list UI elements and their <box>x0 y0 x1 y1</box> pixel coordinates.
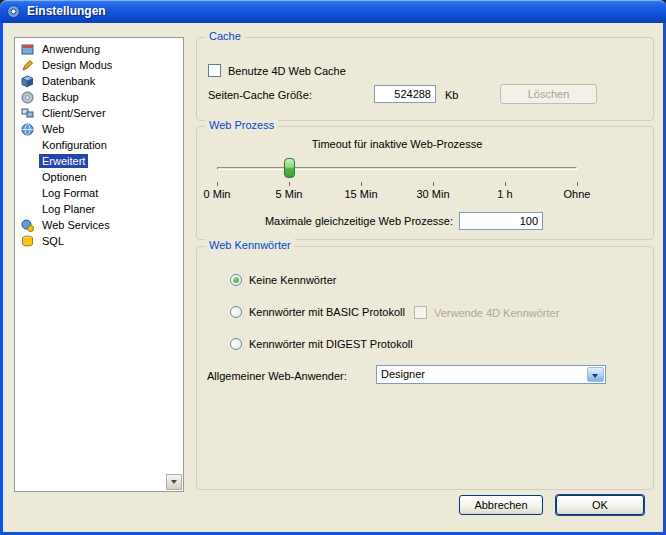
client-server-icon <box>21 107 34 120</box>
sidebar-item-label: Konfiguration <box>39 138 110 152</box>
use-4d-passwords-row: Verwende 4D Kennwörter <box>414 306 559 319</box>
no-passwords-radio[interactable] <box>230 274 242 286</box>
sidebar-item-label: Web Services <box>39 218 113 232</box>
cache-group: Cache Benutze 4D Web Cache Seiten-Cache … <box>196 37 654 121</box>
window-title: Einstellungen <box>27 4 106 18</box>
sidebar-item-web[interactable]: Web <box>15 121 183 137</box>
sidebar-item-label: Client/Server <box>39 106 109 120</box>
cache-size-unit: Kb <box>445 89 458 101</box>
slider-tick-label: 0 Min <box>204 188 231 200</box>
sidebar-item-label: Backup <box>39 90 82 104</box>
web-user-label: Allgemeiner Web-Anwender: <box>207 370 347 382</box>
web-icon <box>21 123 34 136</box>
sidebar-item-label: Erweitert <box>39 154 88 168</box>
sidebar-item-datenbank[interactable]: Datenbank <box>15 73 183 89</box>
digest-protocol-radio[interactable] <box>230 338 242 350</box>
sidebar-item-log-planer[interactable]: Log Planer <box>15 201 183 217</box>
title-bar[interactable]: Einstellungen <box>0 0 666 23</box>
sidebar-item-client-server[interactable]: Client/Server <box>15 105 183 121</box>
window-frame-left <box>0 23 3 535</box>
use-web-cache-label: Benutze 4D Web Cache <box>228 65 346 77</box>
sidebar-item-erweitert[interactable]: Erweitert <box>15 153 183 169</box>
timeout-slider-label: Timeout für inaktive Web-Prozesse <box>217 138 577 150</box>
slider-thumb[interactable] <box>284 158 295 178</box>
slider-tick <box>505 182 506 186</box>
sidebar-item-design-modus[interactable]: Design Modus <box>15 57 183 73</box>
max-processes-input[interactable] <box>459 212 543 230</box>
use-web-cache-row: Benutze 4D Web Cache <box>208 64 346 77</box>
sidebar-item-label: Web <box>39 122 67 136</box>
window-icon <box>6 4 21 19</box>
basic-protocol-label: Kennwörter mit BASIC Protokoll <box>249 306 405 318</box>
sidebar-item-sql[interactable]: SQL <box>15 233 183 249</box>
use-web-cache-checkbox[interactable] <box>208 64 221 77</box>
web-services-icon <box>21 219 34 232</box>
web-user-value: Designer <box>381 368 425 380</box>
cache-size-label: Seiten-Cache Größe: <box>208 89 312 101</box>
no-passwords-label: Keine Kennwörter <box>249 274 336 286</box>
use-4d-passwords-checkbox[interactable] <box>414 306 427 319</box>
max-processes-label: Maximale gleichzeitige Web Prozesse: <box>207 215 453 227</box>
backup-icon <box>21 91 34 104</box>
digest-protocol-row: Kennwörter mit DIGEST Protokoll <box>230 338 413 350</box>
web-process-group-title: Web Prozess <box>205 119 278 131</box>
basic-protocol-row: Kennwörter mit BASIC Protokoll <box>230 306 405 318</box>
sidebar-item-label: Datenbank <box>39 74 98 88</box>
sidebar-item-web-services[interactable]: Web Services <box>15 217 183 233</box>
slider-tick <box>217 182 218 186</box>
sidebar-item-label: Design Modus <box>39 58 115 72</box>
slider-tick-label: 15 Min <box>344 188 377 200</box>
ok-button[interactable]: OK <box>556 495 644 515</box>
slider-track[interactable] <box>217 167 577 170</box>
sql-icon <box>21 235 34 248</box>
cache-group-title: Cache <box>205 30 245 42</box>
web-passwords-group: Web Kennwörter Keine Kennwörter Kennwört… <box>196 246 654 490</box>
scrollbar-down-button[interactable] <box>166 474 182 490</box>
settings-dialog: Einstellungen Anwendung Design Modus Dat… <box>0 0 666 535</box>
web-process-group: Web Prozess Timeout für inaktive Web-Pro… <box>196 126 654 240</box>
anwendung-icon <box>21 43 34 56</box>
combo-dropdown-button[interactable] <box>587 367 604 382</box>
cancel-button[interactable]: Abbrechen <box>459 495 543 515</box>
use-4d-passwords-label: Verwende 4D Kennwörter <box>434 307 559 319</box>
web-user-select[interactable]: Designer <box>376 365 606 384</box>
settings-category-list: Anwendung Design Modus Datenbank Backup … <box>14 37 184 492</box>
web-passwords-group-title: Web Kennwörter <box>205 239 295 251</box>
sidebar-item-label: Anwendung <box>39 42 103 56</box>
clear-cache-button[interactable]: Löschen <box>500 84 597 104</box>
datenbank-icon <box>21 75 34 88</box>
basic-protocol-radio[interactable] <box>230 306 242 318</box>
sidebar-item-label: Log Format <box>39 186 101 200</box>
digest-protocol-label: Kennwörter mit DIGEST Protokoll <box>249 338 413 350</box>
slider-tick <box>289 182 290 186</box>
slider-tick-label: 30 Min <box>416 188 449 200</box>
sidebar-item-log-format[interactable]: Log Format <box>15 185 183 201</box>
cache-size-input[interactable] <box>374 85 436 103</box>
sidebar-item-label: SQL <box>39 234 67 248</box>
sidebar-item-konfiguration[interactable]: Konfiguration <box>15 137 183 153</box>
sidebar-item-label: Log Planer <box>39 202 98 216</box>
slider-tick <box>433 182 434 186</box>
sidebar-item-anwendung[interactable]: Anwendung <box>15 41 183 57</box>
slider-tick-label: 5 Min <box>276 188 303 200</box>
no-passwords-row: Keine Kennwörter <box>230 274 336 286</box>
sidebar-item-optionen[interactable]: Optionen <box>15 169 183 185</box>
design-modus-icon <box>21 59 34 72</box>
chevron-down-icon <box>592 374 598 378</box>
sidebar-item-backup[interactable]: Backup <box>15 89 183 105</box>
slider-tick <box>361 182 362 186</box>
slider-tick <box>577 182 578 186</box>
slider-tick-label: Ohne <box>564 188 591 200</box>
sidebar-item-label: Optionen <box>39 170 90 184</box>
slider-tick-label: 1 h <box>497 188 512 200</box>
